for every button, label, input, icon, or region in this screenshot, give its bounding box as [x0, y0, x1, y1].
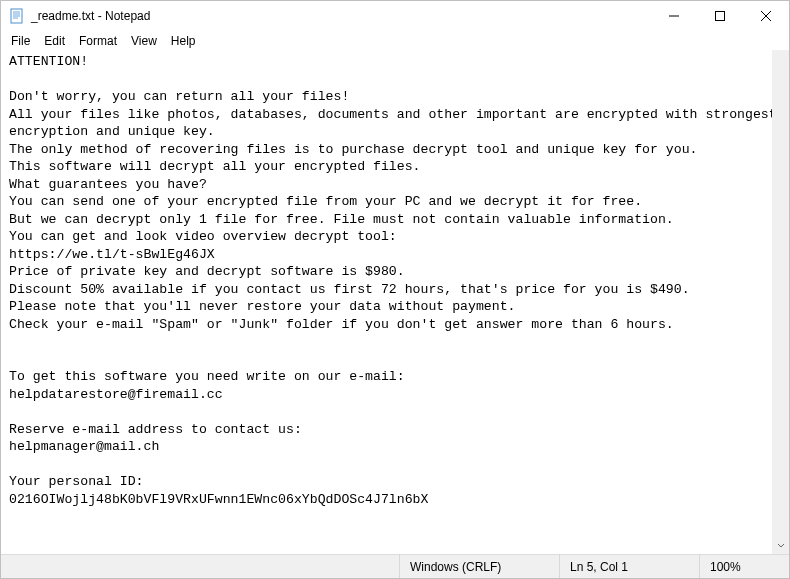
menu-format[interactable]: Format: [73, 33, 123, 49]
status-encoding: Windows (CRLF): [399, 555, 559, 578]
svg-rect-6: [716, 12, 725, 21]
notepad-window: _readme.txt - Notepad File Edit Format V…: [0, 0, 790, 579]
text-area[interactable]: ATTENTION! Don't worry, you can return a…: [1, 51, 789, 554]
close-button[interactable]: [743, 1, 789, 31]
status-zoom: 100%: [699, 555, 789, 578]
window-title: _readme.txt - Notepad: [31, 9, 150, 23]
scroll-down-icon[interactable]: [772, 537, 789, 554]
maximize-button[interactable]: [697, 1, 743, 31]
menubar: File Edit Format View Help: [1, 31, 789, 51]
status-spacer: [1, 555, 399, 578]
notepad-icon: [9, 8, 25, 24]
menu-edit[interactable]: Edit: [38, 33, 71, 49]
menu-help[interactable]: Help: [165, 33, 202, 49]
titlebar: _readme.txt - Notepad: [1, 1, 789, 31]
menu-file[interactable]: File: [5, 33, 36, 49]
vertical-scrollbar[interactable]: [772, 50, 789, 554]
menu-view[interactable]: View: [125, 33, 163, 49]
minimize-button[interactable]: [651, 1, 697, 31]
statusbar: Windows (CRLF) Ln 5, Col 1 100%: [1, 554, 789, 578]
status-position: Ln 5, Col 1: [559, 555, 699, 578]
